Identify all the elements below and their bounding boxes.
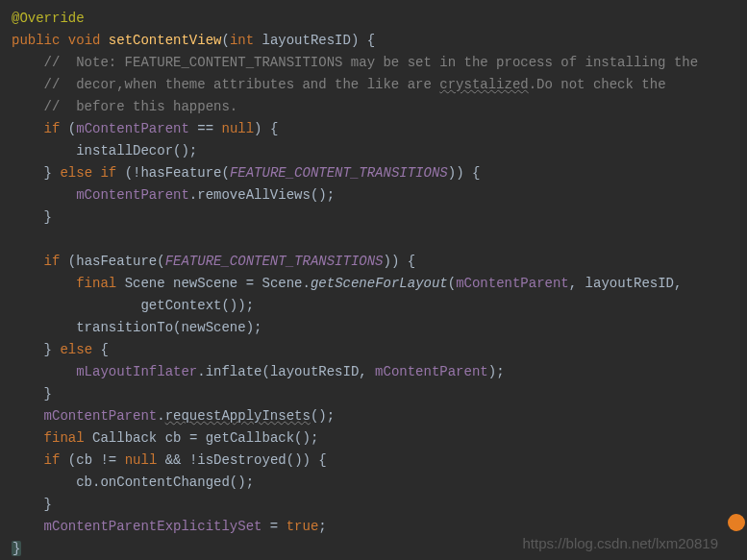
code-line: final Scene newScene = Scene.getSceneFor… bbox=[12, 273, 747, 295]
code-line: transitionTo(newScene); bbox=[12, 317, 747, 339]
code-line: // before this happens. bbox=[12, 96, 747, 118]
comment: // Note: FEATURE_CONTENT_TRANSITIONS may… bbox=[44, 55, 699, 70]
code-editor[interactable]: @Override public void setContentView(int… bbox=[12, 8, 747, 560]
code-line: if (cb != null && !isDestroyed()) { bbox=[12, 450, 747, 472]
code-line: } bbox=[12, 494, 747, 516]
comment: // decor,when theme attributes and the l… bbox=[44, 77, 666, 92]
matching-brace: } bbox=[12, 541, 21, 556]
code-line: final Callback cb = getCallback(); bbox=[12, 427, 747, 450]
code-line: mLayoutInflater.inflate(layoutResID, mCo… bbox=[12, 361, 747, 383]
code-line: if (hasFeature(FEATURE_CONTENT_TRANSITIO… bbox=[12, 251, 747, 273]
code-line: installDecor(); bbox=[12, 140, 747, 162]
code-line: } else if (!hasFeature(FEATURE_CONTENT_T… bbox=[12, 162, 747, 184]
code-line: getContext()); bbox=[12, 295, 747, 317]
code-line: mContentParent.requestApplyInsets(); bbox=[12, 405, 747, 427]
code-line: mContentParent.removeAllViews(); bbox=[12, 184, 747, 207]
code-line: } bbox=[12, 383, 747, 405]
code-line: } bbox=[12, 207, 747, 229]
method-name: setContentView bbox=[109, 33, 222, 48]
code-line: // Note: FEATURE_CONTENT_TRANSITIONS may… bbox=[12, 52, 747, 74]
code-line: cb.onContentChanged(); bbox=[12, 472, 747, 494]
code-line: // decor,when theme attributes and the l… bbox=[12, 74, 747, 96]
watermark-text: https://blog.csdn.net/lxm20819 bbox=[523, 532, 718, 554]
comment: // before this happens. bbox=[44, 99, 238, 114]
code-line: @Override bbox=[12, 8, 747, 30]
code-line: public void setContentView(int layoutRes… bbox=[12, 30, 747, 52]
annotation: @Override bbox=[12, 11, 85, 26]
code-line: if (mContentParent == null) { bbox=[12, 118, 747, 140]
code-line: } else { bbox=[12, 339, 747, 361]
code-line bbox=[12, 229, 747, 251]
badge-icon bbox=[728, 514, 745, 531]
